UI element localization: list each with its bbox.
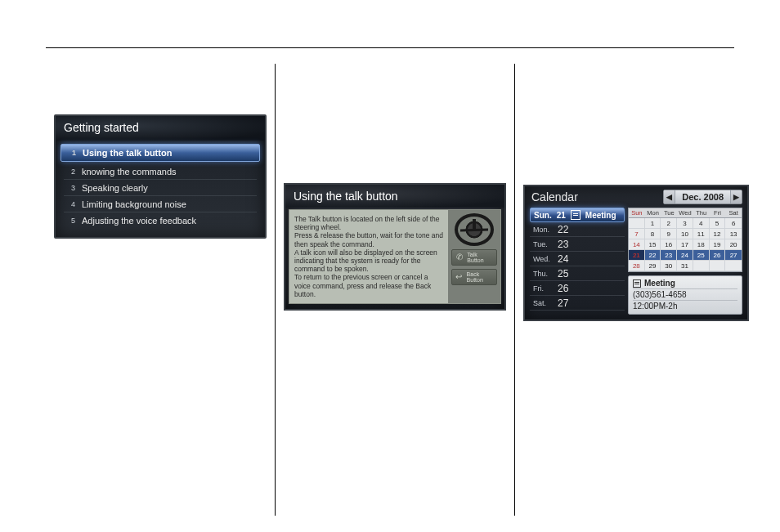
day-row[interactable]: Wed. 24 [530,252,625,266]
talk-icon: ✆ [455,253,464,262]
mini-head-cell: Sun [629,208,645,217]
day: 22 [558,224,568,235]
mini-cal-cell[interactable]: 2 [661,218,677,229]
talk-button-title: Using the talk button [285,185,504,208]
mini-cal-grid[interactable]: 1234567891011121314151617181920212223242… [628,218,742,272]
getting-started-title: Getting started [56,116,265,141]
top-rule [46,47,734,48]
day-row[interactable]: Mon. 22 [530,222,625,237]
talk-button-body: The Talk button is located on the left s… [289,209,501,304]
mini-cal-cell[interactable]: 18 [693,239,710,250]
menu-item-3[interactable]: 3 Speaking clearly [64,180,257,196]
mini-cal-cell[interactable]: 27 [725,250,742,261]
mini-cal-cell[interactable]: 6 [725,218,742,229]
calendar-panel: Calendar ◀ Dec. 2008 ▶ Sun. 21 Meeting [523,185,749,321]
day-row[interactable]: Fri. 26 [530,281,625,296]
dow: Sat. [533,299,551,307]
talk-button-text: The Talk button is located on the left s… [289,210,448,303]
back-button-label: Back Button [467,271,494,283]
mini-cal-cell [710,261,726,271]
menu-item-label: knowing the commands [82,167,177,177]
day-row[interactable]: Thu. 25 [530,266,625,281]
day: 23 [558,239,568,250]
mini-cal-cell[interactable]: 19 [710,239,726,250]
mini-cal-cell[interactable]: 31 [677,261,693,271]
selected-day: 21 [557,211,566,220]
mini-cal-cell [693,261,710,271]
back-icon: ↩ [455,272,464,282]
menu-item-label: Limiting background noise [82,199,186,209]
calendar-body: Sun. 21 Meeting Mon. 22 Tue. 23 Wed. [525,206,747,315]
mini-cal-cell[interactable]: 9 [661,229,677,239]
mini-cal-cell[interactable]: 1 [645,218,661,229]
mini-cal-cell[interactable]: 10 [677,229,693,239]
day-row[interactable]: Tue. 23 [530,237,625,252]
calendar-week-list: Sun. 21 Meeting Mon. 22 Tue. 23 Wed. [530,208,625,315]
mini-cal-cell[interactable]: 12 [710,229,726,239]
mini-head-cell: Mon [645,208,661,217]
menu-item-5[interactable]: 5 Adjusting the voice feedback [64,212,257,229]
mini-cal-cell[interactable]: 21 [629,250,645,261]
menu-item-number: 5 [64,217,75,225]
mini-cal-cell[interactable]: 14 [629,239,645,250]
selected-day-row[interactable]: Sun. 21 Meeting [530,208,625,222]
mini-cal-cell[interactable]: 25 [693,250,710,261]
menu-item-label: Speaking clearly [82,183,148,193]
menu-item-2[interactable]: 2 knowing the commands [64,163,257,180]
mini-cal-cell[interactable]: 22 [645,250,661,261]
menu-item-number: 1 [65,149,76,157]
menu-item-number: 4 [64,200,75,208]
mini-cal-cell[interactable]: 23 [661,250,677,261]
day: 25 [558,268,568,279]
mini-cal-cell[interactable]: 28 [629,261,645,271]
event-card[interactable]: Meeting (303)561-4658 12:00PM-2h [628,275,742,315]
menu-item-label: Using the talk button [83,148,172,158]
mini-cal-cell [725,261,742,271]
talk-button-label: Talk Button [467,252,494,263]
event-title: Meeting [644,279,675,288]
selected-dow: Sun. [534,211,552,220]
mini-cal-cell[interactable]: 15 [645,239,661,250]
event-card-icon [633,279,641,288]
back-button-callout: ↩ Back Button [451,269,497,285]
mini-cal-cell[interactable]: 30 [661,261,677,271]
menu-item-label: Adjusting the voice feedback [82,216,196,226]
mini-cal-cell[interactable]: 8 [645,229,661,239]
mini-cal-cell[interactable]: 16 [661,239,677,250]
event-phone: (303)561-4658 [633,288,737,299]
menu-item-4[interactable]: 4 Limiting background noise [64,196,257,212]
mini-cal-cell[interactable]: 24 [677,250,693,261]
mini-cal-cell[interactable]: 29 [645,261,661,271]
mini-cal-cell[interactable]: 26 [710,250,726,261]
mini-cal-cell [629,218,645,229]
next-month-button[interactable]: ▶ [730,190,742,203]
dow: Tue. [533,240,551,248]
menu-item-1[interactable]: 1 Using the talk button [61,144,260,162]
mini-cal-cell[interactable]: 11 [693,229,710,239]
mini-head-cell: Wed [677,208,693,217]
event-time: 12:00PM-2h [633,300,737,311]
mini-cal-cell[interactable]: 3 [677,218,693,229]
mini-cal-cell[interactable]: 17 [677,239,693,250]
day-row[interactable]: Sat. 27 [530,296,625,311]
columns: Getting started 1 Using the talk button … [46,64,734,516]
dow: Fri. [533,284,551,293]
mini-cal-cell[interactable]: 20 [725,239,742,250]
menu-item-number: 3 [64,184,75,192]
talk-button-callout: ✆ Talk Button [451,249,497,266]
getting-started-panel: Getting started 1 Using the talk button … [54,114,267,239]
column-2: Using the talk button The Talk button is… [276,64,515,516]
column-3: Calendar ◀ Dec. 2008 ▶ Sun. 21 Meeting [515,64,757,516]
event-icon [571,210,581,220]
calendar-right: SunMonTueWedThuFriSat 123456789101112131… [628,208,742,315]
dow: Mon. [533,226,551,234]
mini-cal-cell[interactable]: 7 [629,229,645,239]
prev-month-button[interactable]: ◀ [664,190,675,203]
mini-cal-cell[interactable]: 5 [710,218,726,229]
mini-head-cell: Sat [725,208,742,217]
mini-cal-cell[interactable]: 4 [693,218,710,229]
selected-event: Meeting [585,211,616,220]
month-label: Dec. 2008 [675,192,730,202]
mini-cal-cell[interactable]: 13 [725,229,742,239]
menu-item-number: 2 [64,168,75,176]
